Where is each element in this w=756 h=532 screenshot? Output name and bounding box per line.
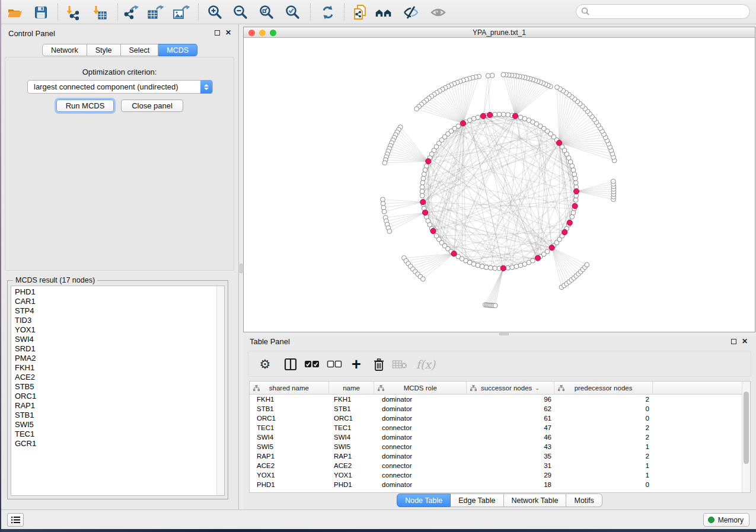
- table-row[interactable]: ACE2ACE2connector311: [250, 461, 742, 470]
- table-cell[interactable]: PHD1: [329, 480, 375, 489]
- table-cell[interactable]: 1: [555, 461, 654, 470]
- zoom-window-icon[interactable]: [270, 30, 276, 36]
- mcds-result-item[interactable]: STB5: [11, 382, 224, 392]
- show-panels-button[interactable]: [7, 513, 24, 527]
- zoom-selected-button[interactable]: [284, 4, 302, 21]
- table-cell[interactable]: SWI4: [250, 432, 329, 442]
- export-image-button[interactable]: [172, 4, 190, 21]
- float-panel-icon[interactable]: [215, 30, 220, 36]
- memory-button[interactable]: Memory: [703, 513, 749, 527]
- table-cell[interactable]: dominator: [375, 414, 467, 423]
- network-canvas[interactable]: [244, 39, 755, 332]
- table-cell[interactable]: FKH1: [329, 395, 375, 404]
- table-scrollbar[interactable]: [742, 382, 750, 492]
- table-cell[interactable]: 2: [555, 395, 654, 404]
- delete-table-button[interactable]: [391, 355, 409, 373]
- table-cell[interactable]: 46: [467, 432, 555, 442]
- tab-select[interactable]: Select: [121, 44, 159, 56]
- table-settings-button[interactable]: ⚙: [256, 355, 274, 373]
- table-cell[interactable]: RAP1: [250, 451, 329, 461]
- table-cell[interactable]: 18: [467, 480, 555, 489]
- table-cell[interactable]: 2: [555, 451, 654, 461]
- select-all-button[interactable]: [303, 355, 321, 373]
- function-builder-button[interactable]: f(x): [413, 355, 438, 373]
- export-network-button[interactable]: [122, 4, 140, 21]
- table-cell[interactable]: 96: [467, 395, 555, 404]
- table-cell[interactable]: YOX1: [250, 470, 329, 480]
- table-cell[interactable]: 47: [467, 423, 555, 432]
- table-cell[interactable]: dominator: [375, 404, 467, 414]
- column-header-shared-name[interactable]: shared name: [250, 382, 329, 395]
- hide-selected-button[interactable]: [402, 4, 420, 21]
- mcds-result-item[interactable]: SRD1: [11, 344, 224, 354]
- table-cell[interactable]: STB1: [250, 404, 329, 414]
- table-cell[interactable]: dominator: [375, 480, 467, 489]
- table-cell[interactable]: 43: [467, 442, 555, 451]
- column-header-name[interactable]: name: [329, 382, 375, 395]
- network-window-titlebar[interactable]: YPA_prune.txt_1: [244, 27, 755, 38]
- float-panel-icon[interactable]: [731, 339, 736, 344]
- tab-network-table[interactable]: Network Table: [504, 493, 567, 507]
- tab-node-table[interactable]: Node Table: [397, 493, 451, 507]
- table-row[interactable]: TEC1TEC1connector472: [250, 423, 742, 432]
- close-panel-button[interactable]: Close panel: [121, 100, 183, 112]
- zoom-in-button[interactable]: [206, 4, 224, 21]
- splitter-grip[interactable]: [499, 333, 509, 335]
- table-row[interactable]: YOX1YOX1connector291: [250, 470, 742, 480]
- table-cell[interactable]: 31: [467, 461, 555, 470]
- zoom-out-button[interactable]: [232, 4, 250, 21]
- create-column-button[interactable]: +: [347, 355, 365, 373]
- table-row[interactable]: SWI5SWI5connector431: [250, 442, 742, 451]
- tab-edge-table[interactable]: Edge Table: [451, 493, 503, 507]
- table-cell[interactable]: 0: [555, 404, 654, 414]
- mcds-result-item[interactable]: TID3: [11, 316, 224, 325]
- mcds-list-scrollbar[interactable]: [216, 286, 224, 495]
- table-cell[interactable]: YOX1: [329, 470, 375, 480]
- table-row[interactable]: RAP1RAP1dominator352: [250, 451, 742, 461]
- table-row[interactable]: STB1STB1dominator620: [250, 404, 742, 414]
- table-cell[interactable]: 61: [467, 414, 555, 423]
- mcds-result-item[interactable]: SWI4: [11, 335, 224, 344]
- import-table-button[interactable]: [91, 4, 109, 21]
- table-cell[interactable]: TEC1: [250, 423, 329, 432]
- save-session-button[interactable]: [32, 4, 50, 21]
- table-cell[interactable]: ORC1: [250, 414, 329, 423]
- table-cell[interactable]: SWI5: [329, 442, 375, 451]
- refresh-layout-button[interactable]: [319, 4, 337, 21]
- table-cell[interactable]: dominator: [375, 451, 467, 461]
- tab-network[interactable]: Network: [42, 44, 87, 56]
- table-cell[interactable]: dominator: [375, 395, 467, 404]
- table-cell[interactable]: ORC1: [329, 414, 375, 423]
- search-input[interactable]: [576, 4, 750, 19]
- vertical-splitter[interactable]: [239, 24, 243, 509]
- column-header-predecessor-nodes[interactable]: predecessor nodes: [554, 382, 653, 395]
- table-cell[interactable]: STB1: [329, 404, 375, 414]
- show-columns-button[interactable]: [282, 355, 299, 373]
- mcds-result-item[interactable]: ORC1: [11, 392, 224, 401]
- table-row[interactable]: SWI4SWI4dominator462: [250, 432, 742, 442]
- table-cell[interactable]: 2: [555, 423, 654, 432]
- mcds-result-item[interactable]: SWI5: [11, 420, 224, 430]
- mcds-result-item[interactable]: TEC1: [11, 430, 224, 439]
- import-network-button[interactable]: [64, 4, 82, 21]
- mcds-result-item[interactable]: CAR1: [11, 297, 224, 306]
- table-cell[interactable]: RAP1: [329, 451, 375, 461]
- optimization-criterion-select[interactable]: largest connected component (undirected): [27, 80, 213, 94]
- table-cell[interactable]: connector: [375, 461, 467, 470]
- table-cell[interactable]: SWI4: [329, 432, 375, 442]
- mcds-result-item[interactable]: GCR1: [11, 439, 224, 448]
- show-all-button[interactable]: [429, 4, 447, 21]
- table-cell[interactable]: connector: [375, 423, 467, 432]
- zoom-fit-button[interactable]: [258, 4, 276, 21]
- table-cell[interactable]: 62: [467, 404, 555, 414]
- table-cell[interactable]: TEC1: [329, 423, 375, 432]
- mcds-result-item[interactable]: STP4: [11, 306, 224, 316]
- table-cell[interactable]: 35: [467, 451, 555, 461]
- table-cell[interactable]: FKH1: [250, 395, 329, 404]
- column-header-successor-nodes[interactable]: successor nodes⌄: [467, 382, 554, 395]
- mcds-result-list[interactable]: PHD1CAR1STP4TID3YOX1SWI4SRD1PMA2FKH1ACE2…: [11, 286, 225, 496]
- run-mcds-button[interactable]: Run MCDS: [56, 100, 114, 112]
- table-cell[interactable]: dominator: [375, 432, 467, 442]
- mcds-result-item[interactable]: PMA2: [11, 354, 224, 363]
- mcds-result-item[interactable]: YOX1: [11, 325, 224, 335]
